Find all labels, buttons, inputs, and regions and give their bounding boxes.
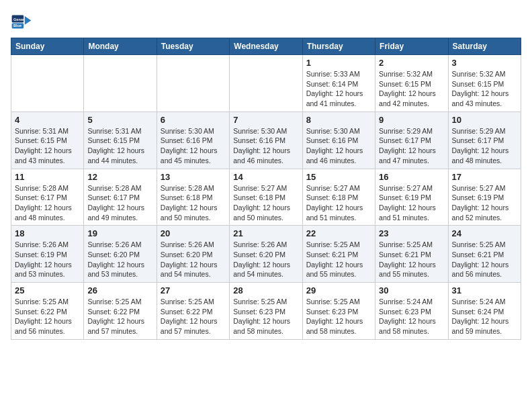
day-number: 1 bbox=[306, 58, 371, 68]
col-header-sunday: Sunday bbox=[11, 38, 84, 55]
day-cell: 2Sunrise: 5:32 AM Sunset: 6:15 PM Daylig… bbox=[375, 55, 448, 112]
day-number: 19 bbox=[87, 228, 152, 238]
day-info: Sunrise: 5:25 AM Sunset: 6:23 PM Dayligh… bbox=[233, 297, 298, 336]
day-cell: 31Sunrise: 5:24 AM Sunset: 6:24 PM Dayli… bbox=[448, 283, 521, 340]
day-info: Sunrise: 5:27 AM Sunset: 6:18 PM Dayligh… bbox=[306, 183, 371, 223]
header: General Blue bbox=[11, 11, 521, 32]
day-info: Sunrise: 5:24 AM Sunset: 6:24 PM Dayligh… bbox=[452, 297, 517, 336]
day-cell: 15Sunrise: 5:27 AM Sunset: 6:18 PM Dayli… bbox=[302, 169, 375, 226]
day-cell: 8Sunrise: 5:30 AM Sunset: 6:16 PM Daylig… bbox=[302, 111, 375, 169]
svg-text:Blue: Blue bbox=[13, 24, 21, 28]
day-info: Sunrise: 5:25 AM Sunset: 6:22 PM Dayligh… bbox=[161, 297, 226, 336]
day-info: Sunrise: 5:26 AM Sunset: 6:20 PM Dayligh… bbox=[87, 240, 152, 279]
day-cell: 3Sunrise: 5:32 AM Sunset: 6:15 PM Daylig… bbox=[448, 55, 521, 112]
day-info: Sunrise: 5:30 AM Sunset: 6:16 PM Dayligh… bbox=[233, 126, 298, 166]
day-cell: 6Sunrise: 5:30 AM Sunset: 6:16 PM Daylig… bbox=[157, 111, 229, 169]
day-number: 25 bbox=[15, 285, 80, 295]
day-cell: 27Sunrise: 5:25 AM Sunset: 6:22 PM Dayli… bbox=[157, 283, 229, 340]
day-info: Sunrise: 5:32 AM Sunset: 6:15 PM Dayligh… bbox=[379, 69, 444, 109]
week-row-4: 18Sunrise: 5:26 AM Sunset: 6:19 PM Dayli… bbox=[11, 226, 521, 283]
day-number: 30 bbox=[379, 285, 444, 295]
col-header-monday: Monday bbox=[84, 38, 157, 55]
day-info: Sunrise: 5:28 AM Sunset: 6:18 PM Dayligh… bbox=[161, 183, 226, 223]
day-number: 5 bbox=[87, 115, 152, 125]
day-number: 28 bbox=[233, 285, 298, 295]
day-cell: 7Sunrise: 5:30 AM Sunset: 6:16 PM Daylig… bbox=[230, 111, 302, 169]
day-cell: 25Sunrise: 5:25 AM Sunset: 6:22 PM Dayli… bbox=[11, 283, 84, 340]
day-cell: 16Sunrise: 5:27 AM Sunset: 6:19 PM Dayli… bbox=[375, 169, 448, 226]
day-cell: 19Sunrise: 5:26 AM Sunset: 6:20 PM Dayli… bbox=[84, 226, 157, 283]
day-cell bbox=[157, 55, 229, 112]
day-info: Sunrise: 5:31 AM Sunset: 6:15 PM Dayligh… bbox=[15, 126, 80, 166]
day-number: 20 bbox=[161, 228, 226, 238]
col-header-saturday: Saturday bbox=[448, 38, 521, 55]
day-cell: 1Sunrise: 5:33 AM Sunset: 6:14 PM Daylig… bbox=[302, 55, 375, 112]
day-cell: 9Sunrise: 5:29 AM Sunset: 6:17 PM Daylig… bbox=[375, 111, 448, 169]
day-info: Sunrise: 5:26 AM Sunset: 6:20 PM Dayligh… bbox=[233, 240, 298, 279]
week-row-1: 1Sunrise: 5:33 AM Sunset: 6:14 PM Daylig… bbox=[11, 55, 521, 112]
day-number: 7 bbox=[233, 115, 298, 125]
day-number: 15 bbox=[306, 172, 371, 182]
day-info: Sunrise: 5:31 AM Sunset: 6:15 PM Dayligh… bbox=[87, 126, 152, 166]
day-number: 11 bbox=[15, 172, 80, 182]
day-number: 12 bbox=[87, 172, 152, 182]
col-header-thursday: Thursday bbox=[302, 38, 375, 55]
day-cell bbox=[11, 55, 84, 112]
day-number: 9 bbox=[379, 115, 444, 125]
day-info: Sunrise: 5:25 AM Sunset: 6:21 PM Dayligh… bbox=[306, 240, 371, 279]
day-cell: 4Sunrise: 5:31 AM Sunset: 6:15 PM Daylig… bbox=[11, 111, 84, 169]
day-cell: 21Sunrise: 5:26 AM Sunset: 6:20 PM Dayli… bbox=[230, 226, 302, 283]
day-info: Sunrise: 5:27 AM Sunset: 6:19 PM Dayligh… bbox=[379, 183, 444, 223]
day-info: Sunrise: 5:25 AM Sunset: 6:21 PM Dayligh… bbox=[452, 240, 517, 279]
day-number: 17 bbox=[452, 172, 517, 182]
day-cell: 23Sunrise: 5:25 AM Sunset: 6:21 PM Dayli… bbox=[375, 226, 448, 283]
day-number: 10 bbox=[452, 115, 517, 125]
day-number: 8 bbox=[306, 115, 371, 125]
day-number: 26 bbox=[87, 285, 152, 295]
day-cell: 5Sunrise: 5:31 AM Sunset: 6:15 PM Daylig… bbox=[84, 111, 157, 169]
day-number: 23 bbox=[379, 228, 444, 238]
day-cell bbox=[230, 55, 302, 112]
day-info: Sunrise: 5:28 AM Sunset: 6:17 PM Dayligh… bbox=[87, 183, 152, 223]
day-number: 27 bbox=[161, 285, 226, 295]
day-cell: 28Sunrise: 5:25 AM Sunset: 6:23 PM Dayli… bbox=[230, 283, 302, 340]
logo-icon: General Blue bbox=[11, 11, 32, 32]
day-cell: 30Sunrise: 5:24 AM Sunset: 6:23 PM Dayli… bbox=[375, 283, 448, 340]
day-number: 29 bbox=[306, 285, 371, 295]
day-cell: 10Sunrise: 5:29 AM Sunset: 6:17 PM Dayli… bbox=[448, 111, 521, 169]
day-number: 2 bbox=[379, 58, 444, 68]
day-cell: 11Sunrise: 5:28 AM Sunset: 6:17 PM Dayli… bbox=[11, 169, 84, 226]
day-number: 14 bbox=[233, 172, 298, 182]
day-info: Sunrise: 5:26 AM Sunset: 6:20 PM Dayligh… bbox=[161, 240, 226, 279]
day-info: Sunrise: 5:30 AM Sunset: 6:16 PM Dayligh… bbox=[306, 126, 371, 166]
col-header-tuesday: Tuesday bbox=[157, 38, 229, 55]
day-info: Sunrise: 5:33 AM Sunset: 6:14 PM Dayligh… bbox=[306, 69, 371, 109]
day-info: Sunrise: 5:27 AM Sunset: 6:19 PM Dayligh… bbox=[452, 183, 517, 223]
day-info: Sunrise: 5:30 AM Sunset: 6:16 PM Dayligh… bbox=[161, 126, 226, 166]
day-number: 13 bbox=[161, 172, 226, 182]
day-info: Sunrise: 5:25 AM Sunset: 6:23 PM Dayligh… bbox=[306, 297, 371, 336]
day-info: Sunrise: 5:32 AM Sunset: 6:15 PM Dayligh… bbox=[452, 69, 517, 109]
day-info: Sunrise: 5:24 AM Sunset: 6:23 PM Dayligh… bbox=[379, 297, 444, 336]
day-info: Sunrise: 5:27 AM Sunset: 6:18 PM Dayligh… bbox=[233, 183, 298, 223]
day-info: Sunrise: 5:28 AM Sunset: 6:17 PM Dayligh… bbox=[15, 183, 80, 223]
day-cell: 24Sunrise: 5:25 AM Sunset: 6:21 PM Dayli… bbox=[448, 226, 521, 283]
day-cell: 17Sunrise: 5:27 AM Sunset: 6:19 PM Dayli… bbox=[448, 169, 521, 226]
calendar-table: SundayMondayTuesdayWednesdayThursdayFrid… bbox=[11, 38, 521, 340]
day-cell: 18Sunrise: 5:26 AM Sunset: 6:19 PM Dayli… bbox=[11, 226, 84, 283]
day-cell: 13Sunrise: 5:28 AM Sunset: 6:18 PM Dayli… bbox=[157, 169, 229, 226]
day-info: Sunrise: 5:29 AM Sunset: 6:17 PM Dayligh… bbox=[452, 126, 517, 166]
svg-marker-4 bbox=[25, 16, 32, 25]
week-row-2: 4Sunrise: 5:31 AM Sunset: 6:15 PM Daylig… bbox=[11, 111, 521, 169]
day-info: Sunrise: 5:26 AM Sunset: 6:19 PM Dayligh… bbox=[15, 240, 80, 279]
day-number: 21 bbox=[233, 228, 298, 238]
day-cell: 20Sunrise: 5:26 AM Sunset: 6:20 PM Dayli… bbox=[157, 226, 229, 283]
day-number: 18 bbox=[15, 228, 80, 238]
day-number: 31 bbox=[452, 285, 517, 295]
day-cell: 26Sunrise: 5:25 AM Sunset: 6:22 PM Dayli… bbox=[84, 283, 157, 340]
day-info: Sunrise: 5:25 AM Sunset: 6:21 PM Dayligh… bbox=[379, 240, 444, 279]
day-info: Sunrise: 5:29 AM Sunset: 6:17 PM Dayligh… bbox=[379, 126, 444, 166]
day-number: 16 bbox=[379, 172, 444, 182]
day-cell bbox=[84, 55, 157, 112]
col-header-wednesday: Wednesday bbox=[230, 38, 302, 55]
